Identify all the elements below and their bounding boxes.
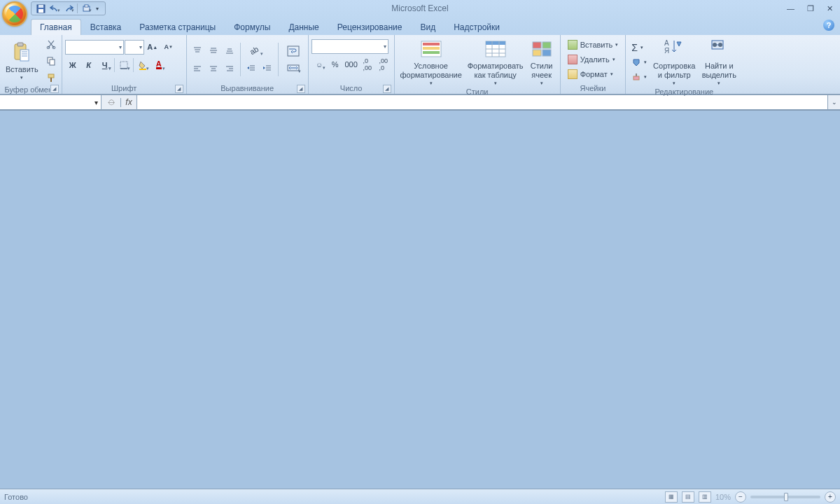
fill-color-icon[interactable]: ▾ <box>135 57 150 73</box>
svg-rect-6 <box>18 43 23 46</box>
cell-styles-button[interactable]: Стили ячеек▾ <box>526 36 557 88</box>
group-font: A▲ A▼ Ж К Ч▾ ▾ ▾ A▾ Шрифт ◢ <box>62 35 187 94</box>
tab-page-layout[interactable]: Разметка страницы <box>130 19 225 35</box>
tab-data[interactable]: Данные <box>279 19 328 35</box>
align-top-icon[interactable] <box>190 43 205 58</box>
align-left-icon[interactable] <box>190 61 205 76</box>
insert-icon <box>568 40 578 50</box>
ribbon: Вставить ▾ Буфер обмена ◢ <box>0 35 840 94</box>
zoom-level[interactable]: 10% <box>715 493 731 501</box>
office-button[interactable] <box>2 1 27 27</box>
fill-button[interactable]: ▾ <box>629 55 650 69</box>
zoom-out-button[interactable]: − <box>735 491 746 503</box>
tab-formulas[interactable]: Формулы <box>225 19 279 35</box>
insert-cells-button[interactable]: Вставить ▾ <box>564 38 623 52</box>
restore-button[interactable]: ❐ <box>807 4 814 13</box>
svg-rect-61 <box>634 76 639 80</box>
view-page-break-icon[interactable]: ▥ <box>699 491 711 503</box>
qat-customize-icon[interactable]: ▾ <box>94 6 101 12</box>
svg-rect-62 <box>636 74 637 76</box>
number-launcher-icon[interactable]: ◢ <box>383 85 391 93</box>
undo-icon[interactable]: ▾ <box>48 3 61 14</box>
tab-home[interactable]: Главная <box>31 19 81 35</box>
status-ready: Готово <box>4 493 28 501</box>
svg-point-66 <box>713 43 717 47</box>
align-middle-icon[interactable] <box>206 43 221 58</box>
paste-button[interactable]: Вставить ▾ <box>3 40 41 83</box>
group-label-alignment: Выравнивание <box>220 84 274 92</box>
cancel-formula-icon[interactable]: ⦵ <box>102 98 121 107</box>
cut-icon[interactable] <box>43 36 59 52</box>
font-color-icon[interactable]: A▾ <box>151 57 167 73</box>
decrease-decimal-icon[interactable]: ,00,0 <box>376 57 391 72</box>
print-preview-icon[interactable]: ▾ <box>80 3 92 14</box>
number-format-combo[interactable] <box>312 39 388 54</box>
align-bottom-icon[interactable] <box>222 43 237 58</box>
bold-icon[interactable]: Ж <box>65 57 80 73</box>
align-center-icon[interactable] <box>206 61 221 76</box>
accounting-format-icon[interactable]: ☺▾ <box>312 57 327 72</box>
border-icon[interactable]: ▾ <box>116 57 132 73</box>
zoom-slider[interactable] <box>750 496 820 498</box>
tab-view[interactable]: Вид <box>411 19 444 35</box>
delete-cells-button[interactable]: Удалить ▾ <box>564 52 623 66</box>
font-launcher-icon[interactable]: ◢ <box>175 85 183 93</box>
title-bar: ▾ ▾ ▾ ▾ Microsoft Excel — ❐ ✕ <box>0 0 840 17</box>
svg-rect-60 <box>542 50 551 56</box>
svg-point-67 <box>718 43 722 47</box>
ribbon-tabs: Главная Вставка Разметка страницы Формул… <box>0 17 840 35</box>
format-as-table-button[interactable]: Форматировать как таблицу▾ <box>467 36 524 88</box>
group-alignment: ab▾ ▾ Выравнивание ◢ <box>187 35 309 94</box>
worksheet-area[interactable] <box>0 110 840 489</box>
find-select-button[interactable]: Найти и выделить▾ <box>699 36 739 88</box>
increase-decimal-icon[interactable]: ,0,00 <box>360 57 375 72</box>
conditional-formatting-button[interactable]: Условное форматирование▾ <box>398 36 465 88</box>
font-size-combo[interactable] <box>125 40 144 55</box>
group-label-cells: Ячейки <box>580 84 606 92</box>
tab-addins[interactable]: Надстройки <box>444 19 509 35</box>
orientation-icon[interactable]: ab▾ <box>244 43 265 58</box>
format-cells-button[interactable]: Формат ▾ <box>564 67 623 81</box>
group-label-number: Число <box>340 84 363 92</box>
comma-style-icon[interactable]: 000 <box>344 57 359 72</box>
view-normal-icon[interactable]: ▦ <box>665 491 678 503</box>
underline-icon[interactable]: Ч▾ <box>97 57 113 73</box>
format-painter-icon[interactable] <box>43 70 59 85</box>
font-name-combo[interactable] <box>65 40 124 55</box>
svg-rect-50 <box>423 51 440 54</box>
redo-icon[interactable]: ▾ <box>62 3 75 14</box>
view-page-layout-icon[interactable]: ▤ <box>682 491 694 503</box>
align-right-icon[interactable] <box>222 61 237 76</box>
percent-icon[interactable]: % <box>328 57 343 72</box>
help-icon[interactable]: ? <box>823 20 834 31</box>
formula-input[interactable] <box>136 95 827 109</box>
fx-icon[interactable]: fx <box>121 97 136 107</box>
italic-icon[interactable]: К <box>81 57 97 73</box>
svg-rect-58 <box>542 42 551 48</box>
autosum-button[interactable]: Σ ▾ <box>629 41 650 55</box>
increase-indent-icon[interactable] <box>260 61 275 76</box>
tab-review[interactable]: Рецензирование <box>328 19 412 35</box>
close-button[interactable]: ✕ <box>827 4 833 13</box>
minimize-button[interactable]: — <box>787 4 794 13</box>
group-clipboard: Вставить ▾ Буфер обмена ◢ <box>0 35 62 94</box>
grow-font-icon[interactable]: A▲ <box>145 39 160 55</box>
alignment-launcher-icon[interactable]: ◢ <box>297 85 305 93</box>
clipboard-launcher-icon[interactable]: ◢ <box>50 85 59 93</box>
sort-filter-button[interactable]: AЯ Сортировка и фильтр▾ <box>652 36 696 88</box>
expand-formula-bar-icon[interactable]: ⌄ <box>827 95 840 109</box>
svg-text:A: A <box>664 39 669 47</box>
fmt-table-label: Форматировать как таблицу <box>468 62 524 79</box>
copy-icon[interactable] <box>43 53 59 69</box>
save-icon[interactable] <box>34 3 47 14</box>
svg-rect-52 <box>486 41 505 45</box>
name-box[interactable] <box>0 95 102 109</box>
tab-insert[interactable]: Вставка <box>81 19 131 35</box>
svg-rect-49 <box>423 47 440 50</box>
decrease-indent-icon[interactable] <box>244 61 259 76</box>
shrink-font-icon[interactable]: A▼ <box>161 39 176 55</box>
clear-button[interactable]: ▾ <box>629 70 650 84</box>
zoom-in-button[interactable]: + <box>825 491 836 503</box>
merge-center-icon[interactable]: ▾ <box>284 60 302 76</box>
wrap-text-icon[interactable] <box>284 43 302 59</box>
